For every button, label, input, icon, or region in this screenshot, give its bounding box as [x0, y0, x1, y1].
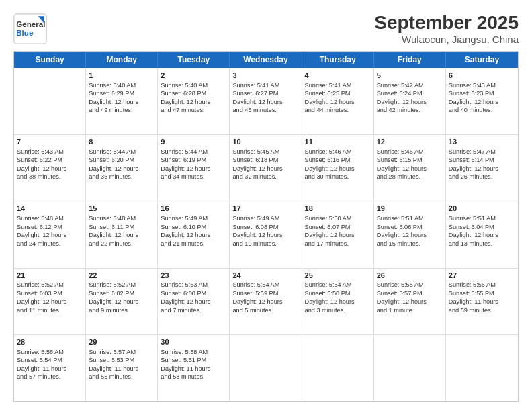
- cell-line: Daylight: 11 hours: [89, 365, 154, 373]
- cell-line: Sunset: 5:53 PM: [89, 356, 154, 364]
- cell-date: 17: [232, 203, 298, 214]
- cell-line: Sunset: 6:18 PM: [232, 156, 298, 164]
- cell-line: Sunset: 5:51 PM: [161, 356, 226, 364]
- cal-cell: 22Sunrise: 5:52 AMSunset: 6:02 PMDayligh…: [86, 269, 158, 334]
- cell-date: 14: [17, 203, 83, 214]
- cell-line: Daylight: 11 hours: [17, 365, 83, 373]
- cal-cell: [374, 335, 446, 401]
- cell-date: 2: [161, 71, 226, 81]
- cal-cell: 28Sunrise: 5:56 AMSunset: 5:54 PMDayligh…: [14, 335, 86, 401]
- cell-line: Daylight: 12 hours: [232, 298, 298, 306]
- cal-cell: 21Sunrise: 5:52 AMSunset: 6:03 PMDayligh…: [14, 269, 86, 334]
- cal-cell: 9Sunrise: 5:44 AMSunset: 6:19 PMDaylight…: [158, 135, 230, 201]
- cell-line: and 17 minutes.: [305, 240, 371, 248]
- cell-date: 9: [161, 137, 226, 147]
- cell-line: Daylight: 12 hours: [161, 165, 226, 173]
- cell-line: Sunset: 6:14 PM: [449, 156, 515, 164]
- cell-line: Sunset: 6:10 PM: [161, 223, 226, 231]
- cell-line: Sunrise: 5:53 AM: [161, 281, 226, 289]
- cell-line: Daylight: 12 hours: [89, 298, 154, 306]
- cell-line: Daylight: 12 hours: [232, 98, 298, 106]
- cell-line: Sunrise: 5:43 AM: [449, 81, 515, 89]
- cal-cell: 12Sunrise: 5:46 AMSunset: 6:15 PMDayligh…: [374, 135, 446, 201]
- svg-text:General: General: [16, 19, 45, 28]
- cal-cell: [14, 68, 86, 134]
- cell-line: and 32 minutes.: [232, 173, 298, 181]
- cell-line: and 57 minutes.: [17, 373, 83, 381]
- cell-line: and 38 minutes.: [17, 173, 83, 181]
- cell-date: 19: [377, 203, 443, 214]
- cell-line: and 59 minutes.: [449, 306, 515, 314]
- cell-line: Sunrise: 5:56 AM: [17, 348, 83, 356]
- cell-line: Daylight: 12 hours: [89, 231, 154, 239]
- week-row-3: 14Sunrise: 5:48 AMSunset: 6:12 PMDayligh…: [14, 201, 518, 267]
- cell-date: 27: [449, 271, 515, 281]
- day-header-tuesday: Tuesday: [158, 52, 230, 68]
- cell-line: and 30 minutes.: [305, 173, 371, 181]
- day-header-wednesday: Wednesday: [230, 52, 302, 68]
- title-block: September 2025 Wulaocun, Jiangsu, China: [374, 12, 519, 45]
- cell-line: Sunrise: 5:50 AM: [305, 214, 371, 222]
- header: General Blue September 2025 Wulaocun, Ji…: [13, 12, 519, 46]
- cell-line: and 13 minutes.: [449, 240, 515, 248]
- cell-date: 5: [377, 71, 443, 81]
- day-header-sunday: Sunday: [14, 52, 86, 68]
- cell-line: Sunset: 6:06 PM: [377, 223, 443, 231]
- cal-cell: 11Sunrise: 5:46 AMSunset: 6:16 PMDayligh…: [302, 135, 374, 201]
- cell-date: 10: [232, 137, 298, 147]
- cell-line: and 3 minutes.: [305, 306, 371, 314]
- cell-line: Sunrise: 5:46 AM: [305, 148, 371, 156]
- cell-line: Sunrise: 5:44 AM: [89, 148, 154, 156]
- cell-line: Daylight: 12 hours: [449, 98, 515, 106]
- cal-cell: 29Sunrise: 5:57 AMSunset: 5:53 PMDayligh…: [86, 335, 158, 401]
- cell-line: Sunrise: 5:44 AM: [161, 148, 226, 156]
- cell-line: and 26 minutes.: [449, 173, 515, 181]
- cell-line: Sunrise: 5:51 AM: [377, 214, 443, 222]
- cell-line: Sunset: 5:59 PM: [232, 289, 298, 298]
- cal-cell: 15Sunrise: 5:48 AMSunset: 6:11 PMDayligh…: [86, 201, 158, 267]
- month-title: September 2025: [374, 12, 519, 34]
- cal-cell: 14Sunrise: 5:48 AMSunset: 6:12 PMDayligh…: [14, 201, 86, 267]
- cal-cell: 5Sunrise: 5:42 AMSunset: 6:24 PMDaylight…: [374, 68, 446, 134]
- cell-line: Sunrise: 5:49 AM: [232, 214, 298, 222]
- cell-line: Sunrise: 5:43 AM: [17, 148, 83, 156]
- cal-cell: 19Sunrise: 5:51 AMSunset: 6:06 PMDayligh…: [374, 201, 446, 267]
- cell-line: Daylight: 12 hours: [449, 165, 515, 173]
- cal-cell: [230, 335, 302, 401]
- page: General Blue September 2025 Wulaocun, Ji…: [0, 0, 532, 411]
- cell-date: 13: [449, 137, 515, 147]
- day-header-saturday: Saturday: [446, 52, 518, 68]
- cell-line: and 21 minutes.: [161, 240, 226, 248]
- cell-line: Sunset: 6:27 PM: [232, 89, 298, 97]
- cal-cell: 18Sunrise: 5:50 AMSunset: 6:07 PMDayligh…: [302, 201, 374, 267]
- week-row-2: 7Sunrise: 5:43 AMSunset: 6:22 PMDaylight…: [14, 134, 518, 201]
- cell-line: and 9 minutes.: [89, 306, 154, 314]
- cell-line: and 5 minutes.: [232, 306, 298, 314]
- cell-line: Daylight: 12 hours: [449, 231, 515, 239]
- cell-line: and 55 minutes.: [89, 373, 154, 381]
- cell-line: Sunset: 6:02 PM: [89, 289, 154, 298]
- cell-line: Sunset: 5:58 PM: [305, 289, 371, 298]
- cell-line: Sunrise: 5:48 AM: [89, 214, 154, 222]
- calendar-body: 1Sunrise: 5:40 AMSunset: 6:29 PMDaylight…: [14, 68, 518, 401]
- cell-line: Daylight: 12 hours: [377, 298, 443, 306]
- cell-line: and 28 minutes.: [377, 173, 443, 181]
- logo: General Blue: [13, 12, 47, 46]
- cal-cell: 2Sunrise: 5:40 AMSunset: 6:28 PMDaylight…: [158, 68, 230, 134]
- cell-line: Sunrise: 5:55 AM: [377, 281, 443, 289]
- cell-line: Sunrise: 5:54 AM: [232, 281, 298, 289]
- cal-cell: 3Sunrise: 5:41 AMSunset: 6:27 PMDaylight…: [230, 68, 302, 134]
- cal-cell: 26Sunrise: 5:55 AMSunset: 5:57 PMDayligh…: [374, 269, 446, 334]
- cell-line: Sunrise: 5:58 AM: [161, 348, 226, 356]
- cell-line: Sunrise: 5:52 AM: [17, 281, 83, 289]
- week-row-5: 28Sunrise: 5:56 AMSunset: 5:54 PMDayligh…: [14, 334, 518, 401]
- cell-line: Sunset: 5:54 PM: [17, 356, 83, 364]
- cal-cell: 25Sunrise: 5:54 AMSunset: 5:58 PMDayligh…: [302, 269, 374, 334]
- cal-cell: 27Sunrise: 5:56 AMSunset: 5:55 PMDayligh…: [446, 269, 518, 334]
- cell-line: and 7 minutes.: [161, 306, 226, 314]
- cell-date: 4: [305, 71, 371, 81]
- cell-line: Sunset: 6:25 PM: [305, 89, 371, 97]
- cell-line: Sunset: 6:11 PM: [89, 223, 154, 231]
- cell-line: Daylight: 12 hours: [232, 165, 298, 173]
- logo-svg: General Blue: [13, 12, 47, 46]
